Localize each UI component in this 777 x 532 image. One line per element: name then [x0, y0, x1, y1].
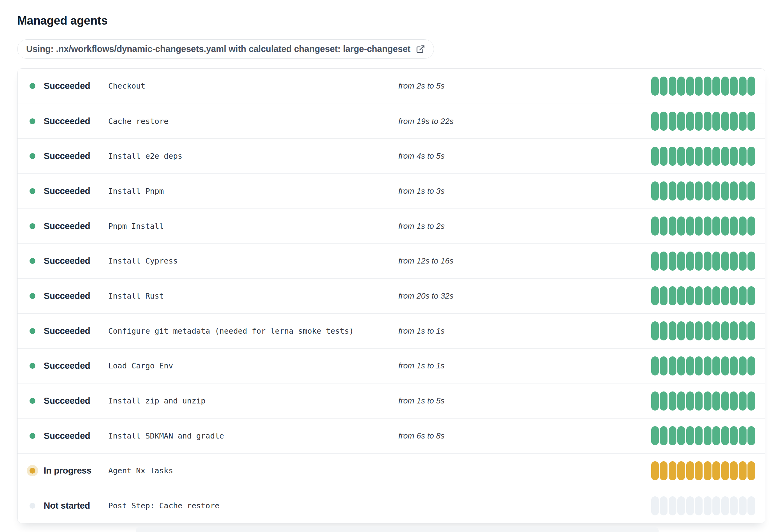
- workflow-badge[interactable]: Using: .nx/workflows/dynamic-changesets.…: [17, 39, 434, 59]
- progress-segment: [651, 217, 659, 236]
- progress-segment: [651, 321, 659, 341]
- progress-segment: [695, 496, 702, 515]
- progress-segment: [677, 357, 685, 376]
- progress-segment: [686, 217, 694, 236]
- progress-segment: [721, 147, 729, 166]
- progress-segment: [669, 112, 676, 131]
- step-name: Post Step: Cache restore: [108, 501, 398, 510]
- status-cell: Succeeded: [29, 326, 108, 336]
- progress-segment: [669, 391, 676, 411]
- progress-segment: [712, 217, 720, 236]
- progress-segment: [739, 461, 747, 480]
- progress-segment: [748, 217, 755, 236]
- status-label: Succeeded: [44, 81, 90, 91]
- status-label: Not started: [44, 501, 90, 511]
- progress-segment: [651, 426, 659, 445]
- progress-segments: [651, 286, 755, 305]
- progress-segments: [651, 252, 755, 271]
- step-name: Pnpm Install: [108, 222, 398, 231]
- duration-range: from 1s to 1s: [398, 361, 651, 371]
- status-cell: Not started: [29, 501, 108, 511]
- progress-segment: [651, 391, 659, 411]
- progress-segment: [669, 147, 676, 166]
- progress-segment: [660, 77, 667, 96]
- progress-segment: [669, 252, 676, 271]
- progress-segment: [660, 496, 667, 515]
- status-dot-succeeded-icon: [29, 433, 35, 439]
- progress-segments: [651, 112, 755, 131]
- progress-segment: [730, 77, 738, 96]
- progress-segment: [686, 286, 694, 305]
- progress-segment: [721, 181, 729, 201]
- progress-segments: [651, 496, 755, 515]
- step-name: Install Rust: [108, 291, 398, 300]
- progress-segment: [739, 147, 747, 166]
- status-dot-succeeded-icon: [29, 83, 35, 89]
- agent-step-row[interactable]: Succeeded Install Pnpm from 1s to 3s: [17, 173, 765, 209]
- progress-segment: [712, 357, 720, 376]
- progress-segment: [739, 496, 747, 515]
- progress-segment: [721, 286, 729, 305]
- progress-segments: [651, 461, 755, 480]
- progress-segment: [730, 286, 738, 305]
- progress-segment: [695, 181, 702, 201]
- agent-step-row[interactable]: Succeeded Install zip and unzip from 1s …: [17, 383, 765, 418]
- agent-step-row[interactable]: Succeeded Configure git metadata (needed…: [17, 313, 765, 349]
- status-cell: Succeeded: [29, 396, 108, 406]
- progress-segment: [712, 147, 720, 166]
- progress-segment: [686, 391, 694, 411]
- status-dot-succeeded-icon: [29, 363, 35, 369]
- progress-segment: [686, 112, 694, 131]
- progress-segment: [660, 321, 667, 341]
- progress-segment: [669, 461, 676, 480]
- progress-segment: [660, 286, 667, 305]
- agent-step-row[interactable]: Succeeded Cache restore from 19s to 22s: [17, 104, 765, 139]
- duration-range: from 2s to 5s: [398, 81, 651, 91]
- progress-segment: [730, 147, 738, 166]
- status-label: Succeeded: [44, 186, 90, 196]
- progress-segment: [730, 426, 738, 445]
- status-cell: Succeeded: [29, 431, 108, 441]
- status-cell: Succeeded: [29, 186, 108, 196]
- progress-segment: [695, 147, 702, 166]
- progress-segment: [677, 496, 685, 515]
- progress-segment: [721, 217, 729, 236]
- progress-segment: [748, 461, 755, 480]
- progress-segment: [730, 321, 738, 341]
- progress-segment: [704, 217, 711, 236]
- duration-range: from 19s to 22s: [398, 117, 651, 126]
- progress-segment: [695, 426, 702, 445]
- progress-segment: [669, 496, 676, 515]
- progress-segment: [721, 426, 729, 445]
- progress-segment: [686, 77, 694, 96]
- agent-step-row[interactable]: Succeeded Install Cypress from 12s to 16…: [17, 243, 765, 278]
- progress-segment: [651, 357, 659, 376]
- step-name: Install zip and unzip: [108, 396, 398, 405]
- agent-step-row[interactable]: Not started Post Step: Cache restore: [17, 488, 765, 523]
- agent-step-row[interactable]: Succeeded Pnpm Install from 1s to 2s: [17, 209, 765, 244]
- step-name: Cache restore: [108, 117, 398, 126]
- agent-step-row[interactable]: In progress Agent Nx Tasks: [17, 453, 765, 488]
- agent-step-row[interactable]: Succeeded Install SDKMAN and gradle from…: [17, 418, 765, 453]
- status-cell: Succeeded: [29, 291, 108, 301]
- agent-step-row[interactable]: Succeeded Load Cargo Env from 1s to 1s: [17, 349, 765, 384]
- progress-segments: [651, 217, 755, 236]
- progress-segment: [695, 286, 702, 305]
- progress-segment: [712, 112, 720, 131]
- progress-segment: [660, 357, 667, 376]
- progress-segment: [686, 496, 694, 515]
- progress-segment: [739, 391, 747, 411]
- status-dot-succeeded-icon: [29, 188, 35, 194]
- status-dot-succeeded-icon: [29, 328, 35, 334]
- progress-segment: [695, 217, 702, 236]
- agent-step-row[interactable]: Succeeded Install e2e deps from 4s to 5s: [17, 138, 765, 173]
- status-label: Succeeded: [44, 431, 90, 441]
- progress-segment: [677, 252, 685, 271]
- status-dot-not-started-icon: [29, 503, 35, 509]
- step-name: Install e2e deps: [108, 152, 398, 160]
- agent-step-row[interactable]: Succeeded Install Rust from 20s to 32s: [17, 278, 765, 313]
- progress-segment: [739, 357, 747, 376]
- progress-segment: [669, 426, 676, 445]
- agent-step-row[interactable]: Succeeded Checkout from 2s to 5s: [17, 69, 765, 104]
- progress-segment: [704, 391, 711, 411]
